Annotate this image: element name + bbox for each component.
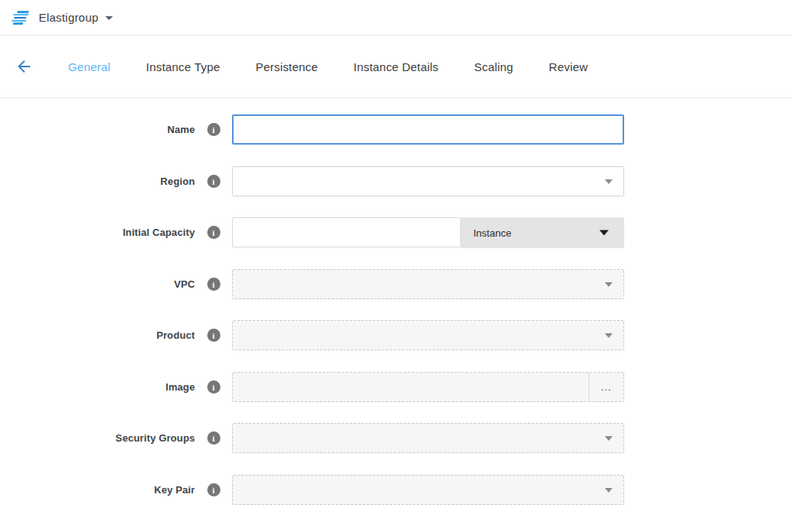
wizard-tabs: General Instance Type Persistence Instan… [68, 60, 623, 73]
initial-capacity-input[interactable] [232, 217, 461, 247]
region-label: Region [0, 166, 195, 196]
product-label: Product [0, 320, 195, 350]
key-pair-select [232, 475, 624, 505]
capacity-unit-select[interactable]: Instance [461, 217, 624, 248]
chevron-down-icon [605, 488, 613, 493]
chevron-down-icon [605, 436, 613, 441]
name-input[interactable] [232, 114, 624, 145]
image-label: Image [0, 372, 195, 402]
key-pair-label: Key Pair [0, 475, 195, 505]
product-info-icon[interactable]: i [207, 329, 220, 342]
back-arrow-icon[interactable] [15, 57, 33, 76]
form-row-image: Image i ... View Ami Details [0, 372, 792, 402]
name-label: Name [0, 114, 195, 145]
vpc-label: VPC [0, 269, 195, 299]
key-pair-info-icon[interactable]: i [207, 483, 220, 496]
vpc-info-icon[interactable]: i [207, 278, 220, 291]
form-row-initial-capacity: Initial Capacity i Instance [0, 217, 792, 247]
security-groups-info-icon[interactable]: i [207, 431, 220, 445]
form-row-name: Name i [0, 114, 792, 145]
vpc-select [232, 269, 624, 299]
region-select[interactable] [232, 166, 624, 196]
app-name[interactable]: Elastigroup [39, 11, 98, 24]
chevron-down-icon [605, 179, 613, 184]
tab-review[interactable]: Review [549, 60, 588, 73]
name-info-icon[interactable]: i [207, 123, 220, 136]
tab-general[interactable]: General [68, 60, 111, 73]
chevron-down-icon [605, 333, 613, 338]
form-row-security-groups: Security Groups i View Rules [0, 423, 792, 453]
form-row-vpc: VPC i [0, 269, 792, 299]
image-field-value [233, 373, 589, 401]
elastigroup-logo-icon [10, 11, 32, 25]
security-groups-select [232, 423, 624, 453]
chevron-down-icon [599, 230, 609, 236]
product-select [232, 320, 624, 350]
image-info-icon[interactable]: i [207, 380, 220, 394]
region-info-icon[interactable]: i [207, 175, 220, 188]
form-row-key-pair: Key Pair i [0, 475, 792, 505]
app-switcher-caret-icon[interactable] [105, 16, 113, 20]
tab-instance-type[interactable]: Instance Type [146, 60, 220, 73]
security-groups-label: Security Groups [0, 423, 195, 453]
initial-capacity-label: Initial Capacity [0, 217, 195, 247]
image-field: ... [232, 372, 624, 402]
form-row-region: Region i [0, 166, 792, 196]
elastigroup-wizard-screen: Elastigroup General Instance Type Persis… [0, 0, 792, 532]
initial-capacity-info-icon[interactable]: i [207, 226, 220, 239]
top-bar: Elastigroup [0, 0, 792, 36]
chevron-down-icon [605, 282, 613, 287]
tab-scaling[interactable]: Scaling [474, 60, 514, 73]
tab-instance-details[interactable]: Instance Details [353, 60, 439, 73]
capacity-unit-value: Instance [473, 227, 511, 239]
wizard-tab-bar: General Instance Type Persistence Instan… [0, 36, 792, 98]
form-row-product: Product i [0, 320, 792, 350]
tab-persistence[interactable]: Persistence [256, 60, 319, 73]
image-browse-button[interactable]: ... [589, 373, 623, 401]
